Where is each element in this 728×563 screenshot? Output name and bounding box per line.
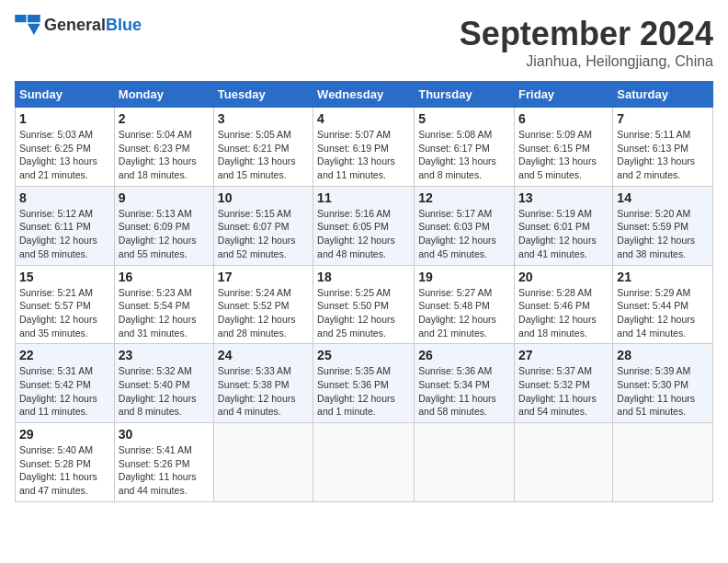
day-number: 15 xyxy=(19,270,110,284)
day-cell: 24Sunrise: 5:33 AMSunset: 5:38 PMDayligh… xyxy=(213,344,313,423)
day-number: 26 xyxy=(418,348,510,362)
day-cell: 3Sunrise: 5:05 AMSunset: 6:21 PMDaylight… xyxy=(213,108,313,187)
day-info: Sunrise: 5:35 AMSunset: 5:36 PMDaylight:… xyxy=(317,364,410,419)
day-number: 17 xyxy=(218,270,309,284)
day-number: 27 xyxy=(518,348,609,362)
day-cell: 6Sunrise: 5:09 AMSunset: 6:15 PMDaylight… xyxy=(515,108,613,187)
day-number: 14 xyxy=(617,190,709,205)
day-cell: 18Sunrise: 5:25 AMSunset: 5:50 PMDayligh… xyxy=(313,265,415,344)
day-cell: 28Sunrise: 5:39 AMSunset: 5:30 PMDayligh… xyxy=(613,344,713,423)
day-number: 1 xyxy=(19,111,110,126)
sunrise: Sunrise: 5:25 AM xyxy=(317,287,391,298)
sunset: Sunset: 5:34 PM xyxy=(418,379,490,390)
day-cell: 1Sunrise: 5:03 AMSunset: 6:25 PMDaylight… xyxy=(16,108,115,187)
day-cell: 13Sunrise: 5:19 AMSunset: 6:01 PMDayligh… xyxy=(515,186,613,265)
day-info: Sunrise: 5:21 AMSunset: 5:57 PMDaylight:… xyxy=(19,286,110,340)
day-cell: 9Sunrise: 5:13 AMSunset: 6:09 PMDaylight… xyxy=(114,186,213,265)
day-number: 16 xyxy=(119,270,210,284)
sunrise: Sunrise: 5:39 AM xyxy=(617,365,690,376)
sunset: Sunset: 5:57 PM xyxy=(19,300,91,311)
sunset: Sunset: 6:07 PM xyxy=(218,221,290,232)
sunrise: Sunrise: 5:15 AM xyxy=(218,208,291,219)
sunrise: Sunrise: 5:37 AM xyxy=(518,365,592,376)
day-cell: 17Sunrise: 5:24 AMSunset: 5:52 PMDayligh… xyxy=(213,265,313,344)
month-title: September 2024 xyxy=(460,15,713,53)
day-cell: 2Sunrise: 5:04 AMSunset: 6:23 PMDaylight… xyxy=(114,108,213,187)
day-cell: 21Sunrise: 5:29 AMSunset: 5:44 PMDayligh… xyxy=(613,265,713,344)
day-cell: 11Sunrise: 5:16 AMSunset: 6:05 PMDayligh… xyxy=(313,186,415,265)
daylight: Daylight: 12 hours and 55 minutes. xyxy=(119,235,197,259)
daylight: Daylight: 12 hours and 25 minutes. xyxy=(317,314,395,339)
day-cell: 27Sunrise: 5:37 AMSunset: 5:32 PMDayligh… xyxy=(515,344,613,423)
day-info: Sunrise: 5:39 AMSunset: 5:30 PMDaylight:… xyxy=(617,364,709,419)
day-number: 12 xyxy=(418,190,510,205)
col-header-friday: Friday xyxy=(515,82,613,108)
sunset: Sunset: 6:05 PM xyxy=(317,221,389,232)
day-cell xyxy=(313,423,415,502)
day-number: 18 xyxy=(317,270,410,284)
day-info: Sunrise: 5:37 AMSunset: 5:32 PMDaylight:… xyxy=(518,364,609,419)
day-cell: 12Sunrise: 5:17 AMSunset: 6:03 PMDayligh… xyxy=(415,186,515,265)
sunset: Sunset: 5:40 PM xyxy=(119,379,190,390)
logo-blue: Blue xyxy=(106,16,142,34)
daylight: Daylight: 13 hours and 2 minutes. xyxy=(617,155,695,180)
day-cell: 16Sunrise: 5:23 AMSunset: 5:54 PMDayligh… xyxy=(114,265,213,344)
day-info: Sunrise: 5:08 AMSunset: 6:17 PMDaylight:… xyxy=(418,128,510,182)
day-info: Sunrise: 5:20 AMSunset: 5:59 PMDaylight:… xyxy=(617,207,709,261)
day-number: 11 xyxy=(317,190,410,205)
daylight: Daylight: 12 hours and 11 minutes. xyxy=(19,393,97,418)
day-number: 23 xyxy=(119,348,210,362)
day-cell xyxy=(415,423,515,502)
daylight: Daylight: 11 hours and 47 minutes. xyxy=(19,471,97,496)
logo-general: General xyxy=(44,16,106,34)
sunset: Sunset: 5:54 PM xyxy=(119,300,190,311)
daylight: Daylight: 12 hours and 35 minutes. xyxy=(19,314,97,339)
svg-rect-0 xyxy=(15,15,26,22)
daylight: Daylight: 12 hours and 14 minutes. xyxy=(617,314,695,339)
sunset: Sunset: 6:17 PM xyxy=(418,143,490,154)
day-info: Sunrise: 5:23 AMSunset: 5:54 PMDaylight:… xyxy=(119,286,210,340)
sunrise: Sunrise: 5:23 AM xyxy=(119,287,192,298)
sunrise: Sunrise: 5:32 AM xyxy=(119,365,192,376)
day-number: 22 xyxy=(19,348,110,362)
day-cell xyxy=(613,423,713,502)
sunset: Sunset: 5:38 PM xyxy=(218,379,290,390)
sunrise: Sunrise: 5:33 AM xyxy=(218,365,291,376)
sunset: Sunset: 6:01 PM xyxy=(518,221,590,232)
day-cell xyxy=(515,423,613,502)
day-info: Sunrise: 5:32 AMSunset: 5:40 PMDaylight:… xyxy=(119,364,210,419)
day-info: Sunrise: 5:36 AMSunset: 5:34 PMDaylight:… xyxy=(418,364,510,419)
day-info: Sunrise: 5:29 AMSunset: 5:44 PMDaylight:… xyxy=(617,286,709,340)
daylight: Daylight: 11 hours and 54 minutes. xyxy=(518,393,597,418)
sunrise: Sunrise: 5:09 AM xyxy=(518,129,592,140)
day-info: Sunrise: 5:24 AMSunset: 5:52 PMDaylight:… xyxy=(218,286,309,340)
sunset: Sunset: 5:26 PM xyxy=(119,458,190,469)
sunrise: Sunrise: 5:12 AM xyxy=(19,208,93,219)
sunrise: Sunrise: 5:21 AM xyxy=(19,287,93,298)
day-info: Sunrise: 5:33 AMSunset: 5:38 PMDaylight:… xyxy=(218,364,309,419)
daylight: Daylight: 13 hours and 8 minutes. xyxy=(418,155,496,180)
daylight: Daylight: 12 hours and 1 minute. xyxy=(317,393,395,418)
daylight: Daylight: 12 hours and 52 minutes. xyxy=(218,235,296,259)
sunset: Sunset: 5:28 PM xyxy=(19,458,91,469)
day-info: Sunrise: 5:04 AMSunset: 6:23 PMDaylight:… xyxy=(119,128,210,182)
sunrise: Sunrise: 5:20 AM xyxy=(617,208,690,219)
sunset: Sunset: 5:52 PM xyxy=(218,300,290,311)
day-number: 4 xyxy=(317,111,410,126)
week-row-1: 1Sunrise: 5:03 AMSunset: 6:25 PMDaylight… xyxy=(16,108,713,187)
day-info: Sunrise: 5:25 AMSunset: 5:50 PMDaylight:… xyxy=(317,286,410,340)
day-cell: 26Sunrise: 5:36 AMSunset: 5:34 PMDayligh… xyxy=(415,344,515,423)
day-number: 7 xyxy=(617,111,709,126)
day-info: Sunrise: 5:15 AMSunset: 6:07 PMDaylight:… xyxy=(218,207,309,261)
svg-marker-2 xyxy=(28,24,40,35)
sunset: Sunset: 5:32 PM xyxy=(518,379,590,390)
header-row: SundayMondayTuesdayWednesdayThursdayFrid… xyxy=(16,82,713,108)
day-info: Sunrise: 5:19 AMSunset: 6:01 PMDaylight:… xyxy=(518,207,609,261)
daylight: Daylight: 12 hours and 41 minutes. xyxy=(518,235,597,259)
day-number: 19 xyxy=(418,270,510,284)
day-number: 3 xyxy=(218,111,309,126)
daylight: Daylight: 13 hours and 11 minutes. xyxy=(317,155,395,180)
day-number: 2 xyxy=(119,111,210,126)
day-info: Sunrise: 5:07 AMSunset: 6:19 PMDaylight:… xyxy=(317,128,410,182)
day-info: Sunrise: 5:13 AMSunset: 6:09 PMDaylight:… xyxy=(119,207,210,261)
